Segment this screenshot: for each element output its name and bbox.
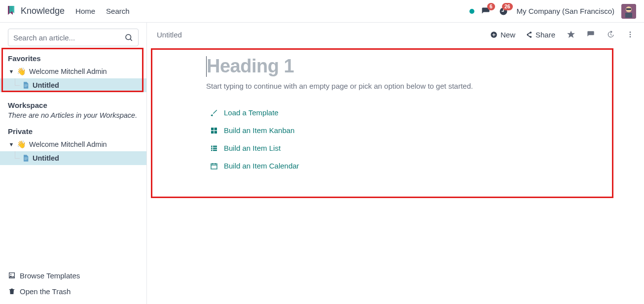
tree-item-label: Welcome Mitchell Admin [29,68,107,75]
presence-status-icon[interactable] [469,9,474,14]
svg-point-8 [630,34,631,35]
comments-button[interactable] [587,31,595,38]
document-icon [22,154,30,162]
list-icon [210,144,218,152]
share-button-label: Share [536,31,555,39]
share-button[interactable]: Share [525,31,555,39]
kebab-icon [626,31,634,38]
svg-rect-11 [215,128,217,130]
private-child-untitled[interactable]: Untitled [0,151,146,165]
history-icon [607,31,614,38]
open-trash-button[interactable]: Open the Trash [8,283,139,299]
sub-placeholder: Start typing to continue with an empty p… [206,82,610,90]
svg-rect-18 [211,149,213,151]
wave-emoji-icon: 👋 [17,140,26,149]
history-button[interactable] [607,31,614,38]
option-label: Build an Item Kanban [224,126,294,135]
kanban-icon [210,127,218,135]
star-icon [567,31,575,38]
favorites-child-untitled[interactable]: Untitled [0,78,146,92]
messages-badge: 6 [487,3,495,10]
svg-point-6 [10,274,11,275]
app-name[interactable]: Knowledge [21,6,65,16]
svg-point-9 [630,36,631,37]
content-header: Untitled New Share [147,23,644,46]
chat-icon [587,31,595,38]
image-icon [8,271,16,279]
option-label: Build an Item List [224,144,281,152]
trash-icon [8,287,16,295]
svg-point-4 [126,34,131,40]
svg-rect-10 [211,128,214,130]
content-area: Untitled New Share [147,23,644,304]
favorites-root-item[interactable]: ▼ 👋 Welcome Mitchell Admin [0,65,146,78]
breadcrumb[interactable]: Untitled [157,31,182,39]
top-navbar: Knowledge Home Search 6 26 My Company (S… [0,0,644,23]
workspace-empty-text: There are no Articles in your Workspace. [0,111,146,124]
nav-search[interactable]: Search [106,7,130,15]
svg-rect-2 [625,13,632,18]
svg-rect-19 [213,149,217,151]
tree-connector-icon [12,151,21,165]
company-switcher[interactable]: My Company (San Francisco) [517,7,614,15]
svg-rect-14 [211,145,213,147]
svg-rect-15 [213,145,217,147]
build-kanban-option[interactable]: Build an Item Kanban [210,122,610,139]
activities-badge: 26 [502,3,513,10]
browse-templates-button[interactable]: Browse Templates [8,268,139,283]
starter-options: Load a Template Build an Item Kanban Bui… [210,104,610,175]
svg-rect-13 [215,131,217,133]
svg-point-7 [630,32,631,33]
search-icon [124,33,133,42]
document-icon [22,81,30,89]
app-logo-icon[interactable] [4,6,18,17]
article-editor[interactable]: Heading 1 Start typing to continue with … [206,56,610,175]
svg-rect-12 [211,131,214,133]
workspace-section-title: Workspace [0,98,146,111]
search-input[interactable] [13,34,124,42]
browse-templates-label: Browse Templates [20,271,80,280]
build-list-option[interactable]: Build an Item List [210,139,610,157]
tree-item-label: Welcome Mitchell Admin [29,140,107,148]
favorites-section-title: Favorites [0,51,146,65]
heading-placeholder[interactable]: Heading 1 [206,56,610,77]
plus-circle-icon [490,31,498,38]
private-section-title: Private [0,124,146,137]
svg-rect-16 [211,147,213,149]
build-calendar-option[interactable]: Build an Item Calendar [210,157,610,175]
search-articles[interactable] [8,29,139,46]
user-avatar[interactable] [621,4,636,19]
tree-item-label: Untitled [33,81,59,89]
favorite-toggle[interactable] [567,31,575,38]
nav-home[interactable]: Home [75,7,95,15]
load-template-option[interactable]: Load a Template [210,104,610,122]
more-menu-button[interactable] [626,31,634,38]
svg-rect-17 [213,147,217,149]
open-trash-label: Open the Trash [20,287,71,296]
tree-connector-icon [12,78,21,92]
share-icon [525,31,533,38]
sidebar: Favorites ▼ 👋 Welcome Mitchell Admin Unt… [0,23,147,304]
svg-rect-3 [626,8,631,10]
private-root-item[interactable]: ▼ 👋 Welcome Mitchell Admin [0,137,146,151]
activities-button[interactable]: 26 [499,7,508,16]
calendar-icon [210,162,218,170]
wave-emoji-icon: 👋 [17,67,26,76]
caret-down-icon[interactable]: ▼ [8,68,15,74]
svg-rect-20 [211,164,217,169]
brush-icon [210,109,218,117]
option-label: Load a Template [224,108,279,117]
option-label: Build an Item Calendar [224,162,299,170]
new-button[interactable]: New [490,31,515,39]
caret-down-icon[interactable]: ▼ [8,141,15,147]
tree-item-label: Untitled [33,154,59,162]
svg-line-5 [130,39,132,41]
new-button-label: New [501,31,515,39]
messages-button[interactable]: 6 [481,7,490,16]
